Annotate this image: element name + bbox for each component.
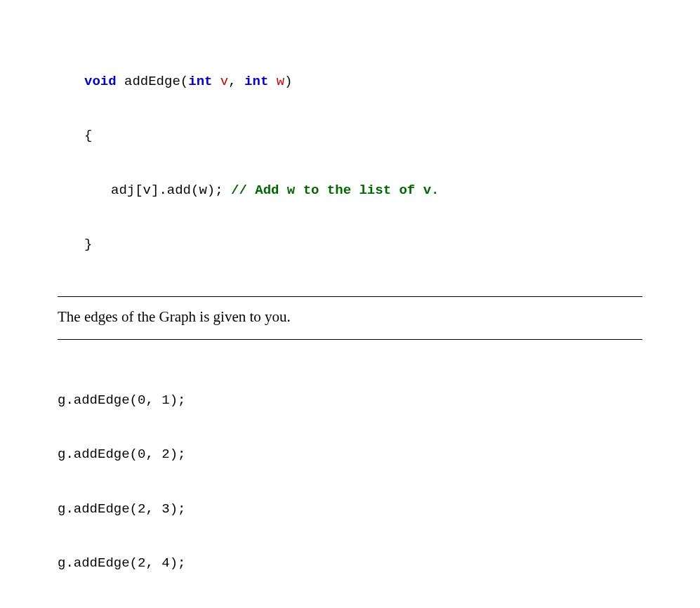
code-line: g.addEdge(0, 1); xyxy=(58,392,642,410)
code-line: g.addEdge(2, 3); xyxy=(58,501,642,519)
code-block-edges: g.addEdge(0, 1); g.addEdge(0, 2); g.addE… xyxy=(58,355,642,608)
keyword-void: void xyxy=(84,74,117,89)
document-page: void addEdge(int v, int w) { adj[v].add(… xyxy=(0,0,700,608)
code-line: { xyxy=(58,127,642,145)
paren-close: ) xyxy=(284,74,292,89)
code-line: adj[v].add(w); // Add w to the list of v… xyxy=(58,182,642,200)
code-line: g.addEdge(2, 4); xyxy=(58,555,642,573)
code-line: void addEdge(int v, int w) xyxy=(58,73,642,91)
code-body: adj[v].add(w); xyxy=(111,183,231,198)
code-block-addedge: void addEdge(int v, int w) { adj[v].add(… xyxy=(58,37,642,291)
code-line: g.addEdge(0, 2); xyxy=(58,446,642,464)
type-int: int xyxy=(188,74,212,89)
param-w: w xyxy=(268,74,284,89)
separator: , xyxy=(228,74,244,89)
code-line: } xyxy=(58,236,642,254)
fn-name: addEdge( xyxy=(117,74,189,89)
type-int: int xyxy=(244,74,268,89)
param-v: v xyxy=(212,74,228,89)
horizontal-rule xyxy=(58,296,642,297)
horizontal-rule xyxy=(58,339,642,340)
edges-given-text: The edges of the Graph is given to you. xyxy=(58,307,642,326)
code-comment: // Add w to the list of v. xyxy=(231,183,439,198)
